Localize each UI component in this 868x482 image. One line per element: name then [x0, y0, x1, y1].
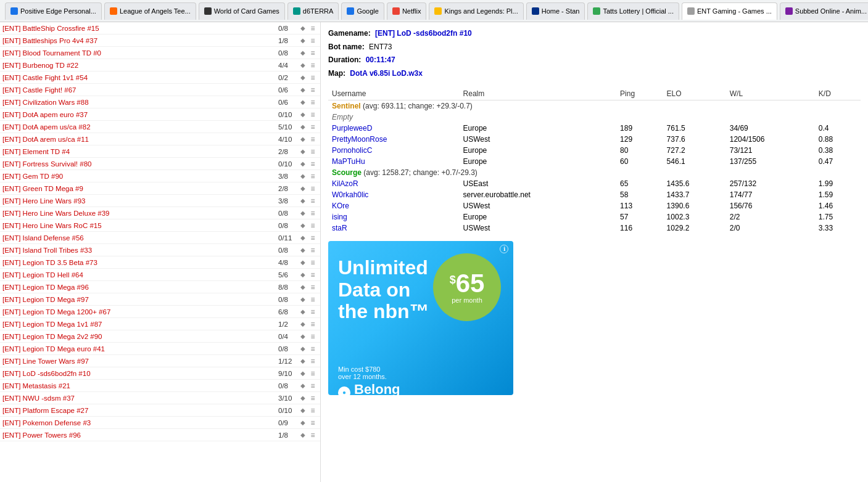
player-name-link[interactable]: ising: [332, 213, 347, 221]
game-join-icon[interactable]: [298, 369, 308, 378]
player-name-link[interactable]: MaPTuHu: [332, 157, 365, 166]
game-join-icon[interactable]: [298, 184, 308, 194]
game-name-link[interactable]: [ENT] Power Towers #96: [2, 431, 276, 439]
player-name-link[interactable]: staR: [332, 224, 347, 232]
game-name-link[interactable]: [ENT] BattleShip Crossfire #15: [2, 25, 276, 32]
game-join-icon[interactable]: [298, 60, 308, 70]
game-name-link[interactable]: [ENT] Blood Tournament TD #0: [2, 49, 276, 57]
game-name-link[interactable]: [ENT] Pokemon Defense #3: [2, 419, 276, 427]
game-join-icon[interactable]: [298, 122, 308, 132]
game-detail-icon[interactable]: [308, 430, 318, 440]
game-join-icon[interactable]: [298, 418, 308, 428]
game-detail-icon[interactable]: [308, 344, 318, 354]
game-name-link[interactable]: [ENT] Civilization Wars #88: [2, 99, 276, 106]
game-detail-icon[interactable]: [308, 258, 318, 268]
tab-kings-legends[interactable]: Kings and Legends: Pl...: [429, 2, 523, 20]
game-join-icon[interactable]: [298, 147, 308, 157]
tab-doterra[interactable]: d6TERRA: [287, 2, 339, 20]
game-name-link[interactable]: [ENT] Platform Escape #27: [2, 407, 276, 414]
game-join-icon[interactable]: [298, 307, 308, 317]
game-name-link[interactable]: [ENT] Element TD #4: [2, 148, 276, 155]
game-join-icon[interactable]: [298, 258, 308, 268]
player-name-link[interactable]: PrettyMoonRose: [332, 135, 387, 144]
tab-netflix[interactable]: Netflix: [387, 2, 427, 20]
game-name-link[interactable]: [ENT] Legion TD Mega 1v1 #87: [2, 321, 276, 328]
game-detail-icon[interactable]: [308, 245, 318, 255]
game-join-icon[interactable]: [298, 295, 308, 304]
tab-home-stan[interactable]: Home - Stan: [526, 2, 585, 20]
game-detail-icon[interactable]: [308, 418, 318, 428]
game-detail-icon[interactable]: [308, 393, 318, 403]
tab-google[interactable]: Google: [341, 2, 384, 20]
game-name-link[interactable]: [ENT] Legion TD Mega #97: [2, 296, 276, 303]
game-name-link[interactable]: [ENT] Burbenog TD #22: [2, 62, 276, 69]
game-join-icon[interactable]: [298, 85, 308, 95]
game-detail-icon[interactable]: [308, 295, 318, 304]
game-name-link[interactable]: [ENT] Legion TD Mega 1200+ #67: [2, 308, 276, 316]
game-join-icon[interactable]: [298, 36, 308, 46]
game-detail-icon[interactable]: [308, 319, 318, 329]
game-name-link[interactable]: [ENT] Island Defense #56: [2, 234, 276, 242]
game-detail-icon[interactable]: [308, 406, 318, 415]
game-join-icon[interactable]: [298, 196, 308, 206]
game-join-icon[interactable]: [298, 221, 308, 231]
game-name-link[interactable]: [ENT] DotA apem us/ca #82: [2, 123, 276, 131]
game-detail-icon[interactable]: [308, 147, 318, 157]
game-detail-icon[interactable]: [308, 110, 318, 120]
tab-world-card-games[interactable]: World of Card Games: [199, 2, 285, 20]
game-detail-icon[interactable]: [308, 23, 318, 33]
game-name-link[interactable]: [ENT] Metastasis #21: [2, 382, 276, 390]
game-name-link[interactable]: [ENT] Island Troll Tribes #33: [2, 247, 276, 254]
game-join-icon[interactable]: [298, 134, 308, 144]
game-detail-icon[interactable]: [308, 233, 318, 243]
game-detail-icon[interactable]: [308, 184, 318, 194]
game-join-icon[interactable]: [298, 270, 308, 280]
game-detail-icon[interactable]: [308, 97, 318, 107]
game-join-icon[interactable]: [298, 159, 308, 169]
game-name-link[interactable]: [ENT] Legion TD Hell #64: [2, 271, 276, 279]
game-join-icon[interactable]: [298, 430, 308, 440]
game-name-link[interactable]: [ENT] LoD -sds6bod2fn #10: [2, 370, 276, 377]
tab-tatts[interactable]: Tatts Lottery | Official ...: [587, 2, 679, 20]
game-detail-icon[interactable]: [308, 196, 318, 206]
game-join-icon[interactable]: [298, 245, 308, 255]
game-name-link[interactable]: [ENT] Legion TD Mega 2v2 #90: [2, 333, 276, 340]
game-name-link[interactable]: [ENT] Fortress Survival! #80: [2, 160, 276, 168]
game-name-link[interactable]: [ENT] Hero Line Wars #93: [2, 197, 276, 205]
game-name-link[interactable]: [ENT] Hero Line Wars RoC #15: [2, 222, 276, 229]
game-detail-icon[interactable]: [308, 171, 318, 181]
game-detail-icon[interactable]: [308, 60, 318, 70]
game-detail-icon[interactable]: [308, 73, 318, 83]
game-detail-icon[interactable]: [308, 85, 318, 95]
game-join-icon[interactable]: [298, 23, 308, 33]
player-name-link[interactable]: W0rkah0lic: [332, 190, 368, 199]
game-detail-icon[interactable]: [308, 48, 318, 58]
game-name-link[interactable]: [ENT] DotA arem us/ca #11: [2, 136, 276, 143]
game-join-icon[interactable]: [298, 393, 308, 403]
game-detail-icon[interactable]: [308, 369, 318, 378]
game-name-link[interactable]: [ENT] Legion TD Mega #96: [2, 284, 276, 291]
game-join-icon[interactable]: [298, 110, 308, 120]
ad-info-icon[interactable]: ℹ: [500, 245, 508, 253]
game-join-icon[interactable]: [298, 319, 308, 329]
game-join-icon[interactable]: [298, 282, 308, 292]
game-detail-icon[interactable]: [308, 208, 318, 218]
game-join-icon[interactable]: [298, 406, 308, 415]
game-detail-icon[interactable]: [308, 282, 318, 292]
game-detail-icon[interactable]: [308, 356, 318, 366]
tab-subbed-online[interactable]: Subbed Online - Anim...: [780, 2, 868, 20]
game-detail-icon[interactable]: [308, 270, 318, 280]
game-join-icon[interactable]: [298, 381, 308, 391]
game-detail-icon[interactable]: [308, 122, 318, 132]
game-join-icon[interactable]: [298, 332, 308, 341]
player-name-link[interactable]: PornoholicC: [332, 146, 372, 155]
game-detail-icon[interactable]: [308, 134, 318, 144]
game-join-icon[interactable]: [298, 356, 308, 366]
game-name-link[interactable]: [ENT] Hero Line Wars Deluxe #39: [2, 210, 276, 217]
game-join-icon[interactable]: [298, 208, 308, 218]
game-join-icon[interactable]: [298, 233, 308, 243]
tab-league-angels[interactable]: League of Angels Tee...: [104, 2, 196, 20]
game-name-link[interactable]: [ENT] Legion TD 3.5 Beta #73: [2, 259, 276, 266]
game-name-link[interactable]: [ENT] Battleships Pro 4v4 #37: [2, 37, 276, 44]
game-join-icon[interactable]: [298, 344, 308, 354]
